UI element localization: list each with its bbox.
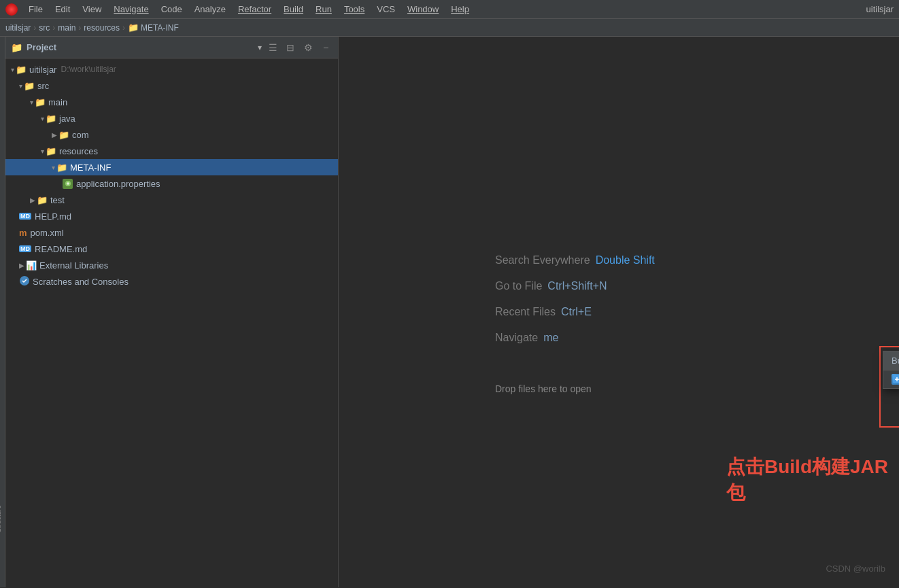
tree-metainf[interactable]: ▾ 📁 META-INF (5, 159, 338, 175)
menu-navigate[interactable]: Navigate (108, 3, 154, 16)
goto-label: Go to File (495, 280, 542, 292)
panel-title: Project (27, 42, 56, 52)
panel-close-btn[interactable]: − (319, 41, 333, 54)
build-artifact-popup[interactable]: Build Artifact uitilsjar:jar ▶ Action Bu… (883, 351, 899, 389)
help-panel: Search Everywhere Double Shift Go to Fil… (495, 254, 655, 358)
panel-scroll-btn[interactable]: ☰ (266, 41, 279, 54)
artifact-jar-item[interactable]: uitilsjar:jar ▶ (883, 370, 899, 388)
menu-tools[interactable]: Tools (339, 3, 370, 16)
tree-root-label: uitilsjar (29, 65, 56, 75)
menu-help[interactable]: Help (445, 3, 475, 16)
tree-main-label: main (48, 97, 67, 107)
goto-row: Go to File Ctrl+Shift+N (495, 280, 655, 292)
app-logo (5, 3, 18, 16)
sidebar-icons: Structure (0, 37, 5, 587)
menu-vcs[interactable]: VCS (371, 3, 401, 16)
panel-settings-btn[interactable]: ⚙ (301, 41, 315, 54)
menu-refactor[interactable]: Refactor (233, 3, 277, 16)
file-icon-appprops (63, 179, 73, 189)
tree-pomxml-label: pom.xml (31, 228, 64, 238)
recent-label: Recent Files (495, 306, 556, 318)
tree-resources[interactable]: ▾ 📁 resources (5, 143, 338, 159)
breadcrumb-sep4: › (122, 23, 125, 33)
tree-src-label: src (37, 81, 49, 91)
breadcrumb-item-main[interactable]: main (58, 23, 75, 33)
project-panel: 📁 Project ▾ ☰ ⊟ ⚙ − ▾ 📁 uitilsjar D:\wor… (5, 37, 339, 587)
breadcrumb: uitilsjar › src › main › resources › 📁 M… (0, 19, 899, 37)
tree-appprops[interactable]: application.properties (5, 175, 338, 192)
tree-test[interactable]: ▶ 📁 test (5, 192, 338, 208)
tree-extlibs-label: External Libraries (39, 260, 108, 271)
folder-icon-metainf: 📁 (56, 162, 67, 173)
tree-test-label: test (50, 195, 65, 205)
breadcrumb-item-project[interactable]: uitilsjar (5, 23, 31, 33)
search-shortcut: Double Shift (596, 254, 655, 266)
tree-helpmd-label: HELP.md (35, 211, 71, 222)
file-icon-readmemd: MD (19, 245, 31, 252)
arrow-com: ▶ (52, 131, 57, 139)
breadcrumb-sep3: › (78, 23, 81, 33)
tree-com-label: com (72, 130, 89, 140)
folder-icon-test: 📁 (37, 195, 48, 205)
arrow-root: ▾ (11, 66, 14, 73)
arrow-main: ▾ (30, 99, 33, 106)
folder-icon-root: 📁 (16, 65, 27, 75)
tree-scratches[interactable]: Scratches and Consoles (5, 273, 338, 290)
artifact-menu: Build Artifact uitilsjar:jar ▶ (883, 351, 899, 389)
tree-readmemd[interactable]: MD README.md (5, 241, 338, 257)
folder-icon-java: 📁 (46, 114, 56, 124)
arrow-java: ▾ (41, 115, 44, 122)
tree-pomxml[interactable]: m pom.xml (5, 224, 338, 241)
folder-icon-com: 📁 (58, 130, 69, 140)
navigate-row: Navigate me (495, 332, 655, 344)
menu-code[interactable]: Code (156, 3, 188, 16)
tree-java[interactable]: ▾ 📁 java (5, 110, 338, 126)
menu-edit[interactable]: Edit (50, 3, 75, 16)
watermark: CSDN @worilb (826, 564, 885, 574)
tree-root-path: D:\work\uitilsjar (61, 65, 116, 74)
tree-root[interactable]: ▾ 📁 uitilsjar D:\work\uitilsjar (5, 61, 338, 77)
search-label: Search Everywhere (495, 254, 590, 266)
panel-dropdown[interactable]: ▾ (258, 43, 262, 52)
breadcrumb-item-src[interactable]: src (39, 23, 50, 33)
tree-com[interactable]: ▶ 📁 com (5, 126, 338, 143)
goto-shortcut: Ctrl+Shift+N (547, 280, 607, 292)
drop-text: Drop files here to open (495, 383, 592, 394)
breadcrumb-item-metainf[interactable]: 📁 META-INF (128, 22, 179, 33)
main-layout: Structure 📁 Project ▾ ☰ ⊟ ⚙ − ▾ 📁 uitils… (0, 37, 899, 587)
menu-file[interactable]: File (23, 3, 48, 16)
menu-run[interactable]: Run (310, 3, 337, 16)
tree-helpmd[interactable]: MD HELP.md (5, 208, 338, 224)
menu-build[interactable]: Build (278, 3, 309, 16)
instruction-text: 点击Build构建JAR包 (726, 454, 899, 506)
folder-icon-breadcrumb: 📁 (128, 22, 139, 33)
artifact-jar-icon (892, 374, 899, 385)
artifact-menu-title: Build Artifact (883, 351, 899, 370)
tree-java-label: java (59, 114, 75, 124)
tree-resources-label: resources (59, 146, 98, 156)
arrow-extlibs: ▶ (19, 262, 24, 269)
breadcrumb-item-resources[interactable]: resources (84, 23, 120, 33)
folder-icon-resources: 📁 (46, 146, 56, 156)
panel-collapse-btn[interactable]: ⊟ (284, 41, 297, 54)
breadcrumb-sep1: › (33, 23, 36, 33)
recent-row: Recent Files Ctrl+E (495, 306, 655, 318)
recent-shortcut: Ctrl+E (561, 306, 592, 318)
file-tree[interactable]: ▾ 📁 uitilsjar D:\work\uitilsjar ▾ 📁 src … (5, 58, 338, 587)
navigate-label: Navigate (495, 332, 538, 344)
menu-analyze[interactable]: Analyze (189, 3, 231, 16)
menu-bar: File Edit View Navigate Code Analyze Ref… (0, 0, 899, 19)
menu-window[interactable]: Window (402, 3, 444, 16)
project-title: uitilsjar (866, 4, 894, 14)
tree-src[interactable]: ▾ 📁 src (5, 77, 338, 94)
arrow-src: ▾ (19, 82, 22, 90)
folder-icon-scratches (19, 275, 30, 288)
tree-extlibs[interactable]: ▶ 📊 External Libraries (5, 257, 338, 273)
tree-appprops-label: application.properties (76, 179, 160, 189)
menu-view[interactable]: View (77, 3, 107, 16)
folder-icon-main: 📁 (35, 97, 46, 107)
tree-main[interactable]: ▾ 📁 main (5, 94, 338, 110)
file-icon-pomxml: m (19, 228, 27, 238)
tree-readmemd-label: README.md (35, 244, 87, 254)
arrow-metainf: ▾ (52, 164, 55, 171)
